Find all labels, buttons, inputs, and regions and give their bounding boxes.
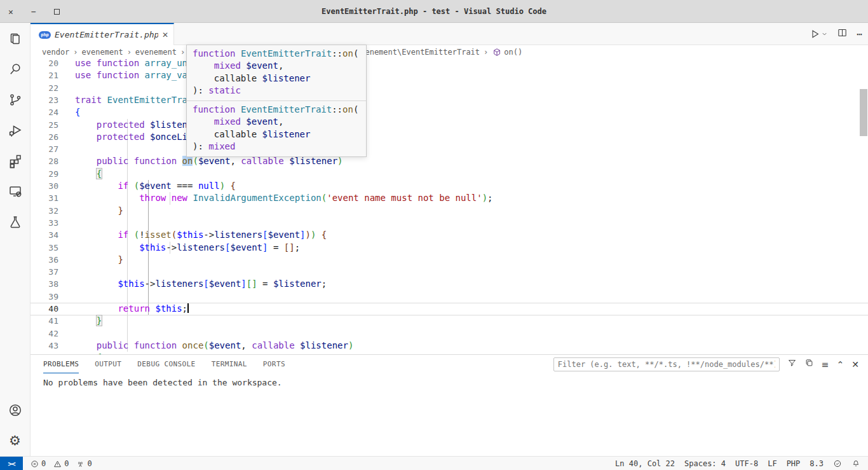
chevron-down-icon xyxy=(821,31,828,38)
code-line[interactable]: 40 return $this; xyxy=(31,303,868,315)
run-file-button[interactable] xyxy=(810,29,828,39)
code-line[interactable]: 25 protected $listeners = []; xyxy=(31,119,868,132)
indentation[interactable]: Spaces: 4 xyxy=(684,459,726,468)
line-number[interactable]: 43 xyxy=(31,340,58,352)
filter-funnel-icon[interactable] xyxy=(787,358,797,370)
line-number[interactable]: 38 xyxy=(31,278,58,290)
code-line[interactable]: 27 xyxy=(31,143,868,156)
code-line[interactable]: 38 $this->listeners[$event][] = $listene… xyxy=(31,278,868,291)
line-number[interactable]: 28 xyxy=(31,155,58,167)
breadcrumb[interactable]: vendor›evenement›evenement› src›EventEmi… xyxy=(31,45,868,59)
code-line[interactable]: 43 public function once($event, callable… xyxy=(31,340,868,352)
status-check-icon[interactable] xyxy=(833,459,842,468)
code-line[interactable]: 26 protected $onceListeners = []; xyxy=(31,131,868,144)
more-actions-icon[interactable]: ⋯ xyxy=(857,29,863,40)
code-editor[interactable]: 20use function array_unique;21use functi… xyxy=(31,59,868,354)
php-version[interactable]: 8.3 xyxy=(810,459,824,468)
line-number[interactable]: 23 xyxy=(31,94,58,106)
testing-icon[interactable] xyxy=(0,207,30,237)
explorer-icon[interactable] xyxy=(0,24,30,54)
line-content: if (!isset($this->listeners[$event])) { xyxy=(75,229,327,241)
split-editor-icon[interactable] xyxy=(837,27,848,41)
line-number[interactable]: 22 xyxy=(31,82,58,94)
code-line[interactable]: 30 if ($event === null) { xyxy=(31,180,868,193)
language-mode[interactable]: PHP xyxy=(787,459,801,468)
line-number[interactable]: 24 xyxy=(31,106,58,118)
line-number[interactable]: 39 xyxy=(31,291,58,303)
code-line[interactable]: 34 if (!isset($this->listeners[$event]))… xyxy=(31,229,868,242)
code-line[interactable]: 35 $this->listeners[$event] = []; xyxy=(31,242,868,254)
account-icon[interactable] xyxy=(0,395,30,425)
source-control-icon[interactable] xyxy=(0,85,30,115)
line-number[interactable]: 42 xyxy=(31,328,58,340)
line-number[interactable]: 27 xyxy=(31,143,58,155)
close-panel-icon[interactable]: ✕ xyxy=(851,359,859,370)
panel-tab-problems[interactable]: PROBLEMS xyxy=(43,355,79,373)
line-number[interactable]: 35 xyxy=(31,242,58,254)
maximize-panel-icon[interactable]: ⌃ xyxy=(837,359,844,370)
cursor-position[interactable]: Ln 40, Col 22 xyxy=(615,459,675,468)
line-number[interactable]: 29 xyxy=(31,168,58,180)
code-line[interactable]: 32 } xyxy=(31,205,868,218)
editor-scrollbar[interactable] xyxy=(860,89,867,136)
activity-bar: ⚙ xyxy=(0,23,31,456)
code-line[interactable]: 39 xyxy=(31,291,868,303)
error-count: 0 xyxy=(41,459,46,468)
extensions-icon[interactable] xyxy=(0,146,30,176)
line-number[interactable]: 33 xyxy=(31,217,58,229)
panel-tab-debug-console[interactable]: DEBUG CONSOLE xyxy=(137,355,195,373)
settings-gear-icon[interactable]: ⚙ xyxy=(0,425,30,456)
problems-status[interactable]: 0 0 xyxy=(31,459,69,468)
code-line[interactable]: 23trait EventEmitterTrait xyxy=(31,94,868,107)
notifications-bell-icon[interactable] xyxy=(851,459,860,468)
search-icon[interactable] xyxy=(0,54,30,85)
breadcrumb-item[interactable]: vendor xyxy=(42,48,69,57)
code-line[interactable]: 31 throw new InvalidArgumentException('e… xyxy=(31,192,868,205)
remote-explorer-icon[interactable] xyxy=(0,176,30,207)
line-number[interactable]: 25 xyxy=(31,119,58,131)
line-number[interactable]: 31 xyxy=(31,192,58,204)
collapse-all-icon[interactable]: ≡ xyxy=(822,359,829,370)
code-line[interactable]: 29 { xyxy=(31,168,868,181)
encoding[interactable]: UTF-8 xyxy=(735,459,758,468)
line-number[interactable]: 30 xyxy=(31,180,58,192)
code-line[interactable]: 22 xyxy=(31,82,868,95)
line-number[interactable]: 21 xyxy=(31,69,58,81)
code-line[interactable]: 36 } xyxy=(31,254,868,266)
eol-sequence[interactable]: LF xyxy=(768,459,776,468)
code-line[interactable]: 21use function array_values; xyxy=(31,69,868,82)
code-line[interactable]: 42 xyxy=(31,328,868,340)
tab-eventemittertrait[interactable]: php EventEmitterTrait.php ✕ xyxy=(31,23,174,45)
line-number[interactable]: 26 xyxy=(31,131,58,143)
line-number[interactable]: 36 xyxy=(31,254,58,266)
line-number[interactable]: 37 xyxy=(31,266,58,278)
run-debug-icon[interactable] xyxy=(0,115,30,146)
line-number[interactable]: 20 xyxy=(31,59,58,69)
panel-tab-terminal[interactable]: TERMINAL xyxy=(212,355,247,373)
breadcrumb-item[interactable]: on() xyxy=(504,48,522,57)
remote-indicator[interactable]: >< xyxy=(0,457,23,470)
code-line[interactable]: 20use function array_unique; xyxy=(31,59,868,70)
line-number[interactable]: 41 xyxy=(31,315,58,327)
code-line[interactable]: 28 public function on($event, callable $… xyxy=(31,155,868,168)
symbol-method-icon xyxy=(492,48,501,57)
problems-filter-input[interactable] xyxy=(553,357,780,371)
bottom-panel: PROBLEMSOUTPUTDEBUG CONSOLETERMINALPORTS… xyxy=(31,354,868,456)
breadcrumb-item[interactable]: Evenement\EventEmitterTrait xyxy=(356,48,480,57)
code-line[interactable]: 33 xyxy=(31,217,868,230)
breadcrumb-item[interactable]: evenement xyxy=(135,48,177,57)
code-line[interactable]: 24{ xyxy=(31,106,868,119)
line-number[interactable]: 40 xyxy=(31,303,58,315)
code-line[interactable]: 41 } xyxy=(31,315,868,328)
panel-tab-output[interactable]: OUTPUT xyxy=(95,355,121,373)
line-number[interactable]: 34 xyxy=(31,229,58,241)
line-content: public function once($event, callable $l… xyxy=(75,340,353,352)
view-as-table-icon[interactable] xyxy=(804,358,814,370)
tab-close-icon[interactable]: ✕ xyxy=(162,31,168,39)
ports-status[interactable]: 0 xyxy=(76,459,92,468)
breadcrumb-item[interactable]: evenement xyxy=(82,48,123,57)
panel-tab-ports[interactable]: PORTS xyxy=(263,355,285,373)
line-number[interactable]: 32 xyxy=(31,205,58,217)
code-line[interactable]: 37 xyxy=(31,266,868,279)
line-content: trait EventEmitterTrait xyxy=(75,94,198,106)
